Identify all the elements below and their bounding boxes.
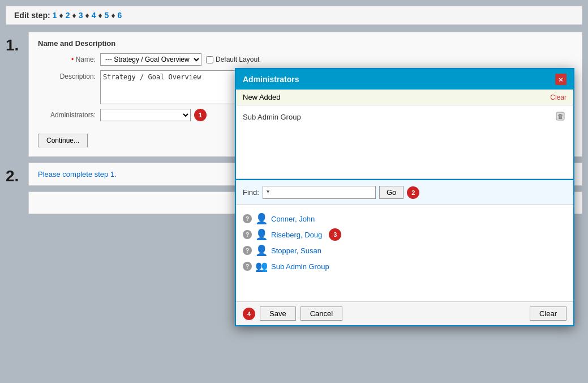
result-name-conner[interactable]: Conner, John [271, 215, 315, 223]
cancel-button[interactable]: Cancel [301, 307, 342, 321]
result-name-riseberg[interactable]: Riseberg, Doug [271, 231, 322, 239]
user-icon-conner: 👤 [255, 212, 268, 225]
admin-dropdown[interactable] [100, 109, 191, 121]
user-icon-riseberg: 👤 [255, 228, 268, 241]
info-icon-sub-admin[interactable]: ? [243, 262, 252, 271]
admin-controls: 1 [100, 109, 207, 121]
result-name-sub-admin[interactable]: Sub Admin Group [271, 262, 329, 271]
step-1-link[interactable]: 1 [53, 11, 57, 20]
step-3-link[interactable]: 3 [79, 11, 83, 20]
group-icon-sub-admin: 👥 [255, 260, 268, 273]
result-item-riseberg[interactable]: ? 👤 Riseberg, Doug 3 [243, 227, 566, 242]
modal-header: Administrators × [236, 69, 573, 90]
step-1-title: Name and Description [38, 39, 573, 48]
name-dropdown[interactable]: --- Strategy / Goal Overview [100, 53, 201, 66]
modal-title: Administrators [243, 75, 299, 84]
added-items-list: Sub Admin Group 🗑 [236, 105, 573, 179]
find-row: Find: Go 2 [243, 186, 566, 199]
clear-bottom-button[interactable]: Clear [530, 307, 566, 321]
new-added-label: New Added [243, 93, 281, 101]
go-badge-2: 2 [407, 186, 419, 199]
info-icon-stopper[interactable]: ? [243, 246, 252, 255]
step-5-link[interactable]: 5 [105, 11, 109, 20]
results-list: ? 👤 Conner, John ? 👤 Riseberg, Doug 3 ? … [236, 205, 573, 301]
modal-footer: 4 Save Cancel Clear [236, 301, 573, 325]
added-item-sub-admin: Sub Admin Group 🗑 [243, 110, 566, 124]
new-added-header: New Added Clear [236, 90, 573, 105]
info-icon-conner[interactable]: ? [243, 214, 252, 223]
step-1-number: 1. [6, 32, 23, 157]
administrators-label: Administrators: [38, 111, 100, 119]
step-6-link[interactable]: 6 [118, 11, 122, 20]
result-name-stopper[interactable]: Stopper, Susan [271, 246, 321, 255]
footer-left: 4 Save Cancel [243, 307, 342, 321]
step-4-link[interactable]: 4 [92, 11, 96, 20]
modal-close-button[interactable]: × [555, 74, 566, 85]
name-label: Name: [38, 56, 100, 63]
find-label: Find: [243, 188, 259, 197]
info-icon-riseberg[interactable]: ? [243, 230, 252, 239]
go-button[interactable]: Go [379, 186, 404, 199]
default-layout-checkbox[interactable] [206, 56, 213, 63]
step-3-number [6, 191, 23, 214]
save-button[interactable]: Save [260, 307, 296, 321]
step-2-number: 2. [6, 163, 23, 186]
admin-badge-1: 1 [194, 109, 207, 121]
administrators-modal: Administrators × New Added Clear Sub Adm… [235, 68, 574, 326]
clear-top-button[interactable]: Clear [550, 93, 566, 101]
added-item-name: Sub Admin Group [243, 113, 301, 121]
step-2-link[interactable]: 2 [66, 11, 70, 20]
result-item-sub-admin-group[interactable]: ? 👥 Sub Admin Group [243, 258, 566, 274]
find-section: Find: Go 2 [236, 179, 573, 205]
edit-step-label: Edit step: [14, 11, 50, 20]
result-item-conner[interactable]: ? 👤 Conner, John [243, 211, 566, 227]
result-item-stopper[interactable]: ? 👤 Stopper, Susan [243, 242, 566, 258]
find-input[interactable] [263, 186, 376, 199]
continue-button[interactable]: Continue... [38, 134, 88, 147]
save-badge-4: 4 [243, 308, 255, 320]
default-layout-label: Default Layout [206, 56, 259, 63]
results-badge-3: 3 [329, 228, 341, 241]
edit-step-bar: Edit step: 1 ♦ 2 ♦ 3 ♦ 4 ♦ 5 ♦ 6 [6, 6, 582, 25]
svg-text:🗑: 🗑 [557, 113, 564, 120]
user-icon-stopper: 👤 [255, 244, 268, 257]
description-label: Description: [38, 70, 100, 80]
name-row: Name: --- Strategy / Goal Overview Defau… [38, 53, 573, 66]
delete-icon[interactable]: 🗑 [555, 111, 566, 122]
